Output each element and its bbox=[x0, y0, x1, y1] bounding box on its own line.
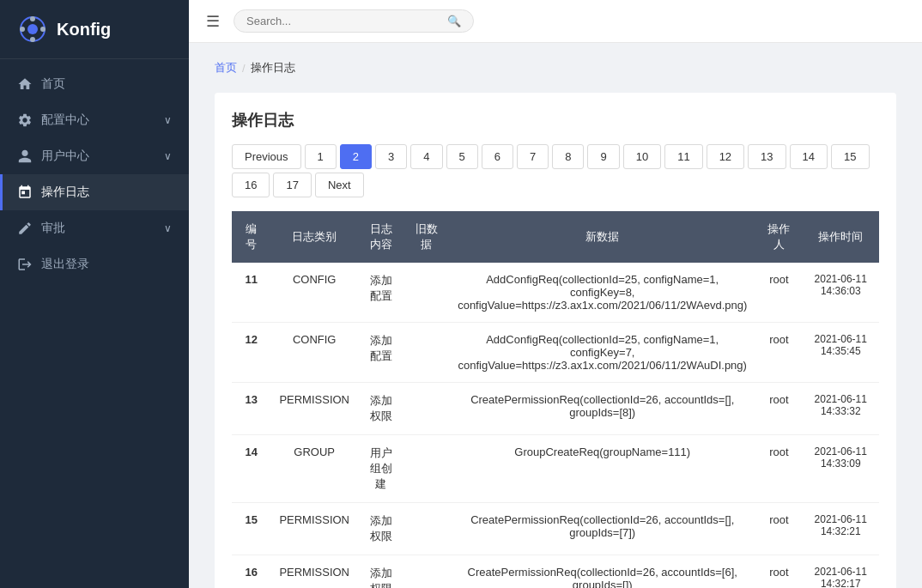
breadcrumb: 首页 / 操作日志 bbox=[215, 60, 896, 76]
svg-point-4 bbox=[20, 27, 25, 32]
page-3-button[interactable]: 3 bbox=[375, 144, 407, 169]
page-title: 操作日志 bbox=[232, 110, 879, 130]
pagination: Previous 1 2 3 4 5 6 7 8 9 10 11 12 13 1… bbox=[232, 144, 879, 197]
cell-type: GROUP bbox=[270, 435, 358, 503]
sidebar-item-home-label: 首页 bbox=[41, 76, 172, 92]
cell-time: 2021-06-11 14:36:03 bbox=[802, 263, 879, 323]
page-4-button[interactable]: 4 bbox=[410, 144, 442, 169]
cell-id: 15 bbox=[232, 503, 270, 555]
cell-time: 2021-06-11 14:35:45 bbox=[802, 323, 879, 383]
page-11-button[interactable]: 11 bbox=[664, 144, 702, 169]
user-icon bbox=[17, 149, 33, 164]
config-arrow-icon: ∨ bbox=[164, 114, 172, 126]
page-15-button[interactable]: 15 bbox=[831, 144, 869, 169]
sidebar-item-config-center[interactable]: 配置中心 ∨ bbox=[0, 102, 189, 138]
page-2-button[interactable]: 2 bbox=[340, 144, 372, 169]
cell-operator: root bbox=[755, 263, 802, 323]
cell-old bbox=[403, 503, 449, 555]
page-16-button[interactable]: 16 bbox=[232, 173, 270, 197]
calendar-icon bbox=[17, 185, 33, 200]
sidebar-item-user-center[interactable]: 用户中心 ∨ bbox=[0, 138, 189, 174]
edit-icon bbox=[17, 221, 33, 236]
sidebar-item-user-label: 用户中心 bbox=[41, 149, 164, 164]
page-8-button[interactable]: 8 bbox=[552, 144, 584, 169]
cell-content: 添加配置 bbox=[358, 263, 403, 323]
cell-time: 2021-06-11 14:32:21 bbox=[802, 503, 879, 555]
sidebar-item-audit[interactable]: 审批 ∨ bbox=[0, 210, 189, 246]
table-row: 13 PERMISSION 添加权限 CreatePermissionReq(c… bbox=[232, 383, 879, 435]
topbar: ☰ 🔍 bbox=[189, 0, 922, 43]
th-operator: 操作人 bbox=[755, 211, 802, 263]
sidebar-item-logout-label: 退出登录 bbox=[41, 257, 172, 272]
table-body: 11 CONFIG 添加配置 AddConfigReq(collectionId… bbox=[232, 263, 879, 588]
cell-operator: root bbox=[755, 323, 802, 383]
cell-new: CreatePermissionReq(collectionId=26, acc… bbox=[449, 503, 755, 555]
page-14-button[interactable]: 14 bbox=[790, 144, 828, 169]
cell-content: 添加配置 bbox=[358, 323, 403, 383]
sidebar-item-oplog-label: 操作日志 bbox=[41, 185, 172, 200]
table-row: 12 CONFIG 添加配置 AddConfigReq(collectionId… bbox=[232, 323, 879, 383]
table-row: 16 PERMISSION 添加权限 CreatePermissionReq(c… bbox=[232, 555, 879, 588]
th-time: 操作时间 bbox=[802, 211, 879, 263]
cell-operator: root bbox=[755, 555, 802, 588]
th-new: 新数据 bbox=[449, 211, 755, 263]
cell-type: CONFIG bbox=[270, 263, 358, 323]
cell-type: PERMISSION bbox=[270, 503, 358, 555]
cell-id: 11 bbox=[232, 263, 270, 323]
cell-type: PERMISSION bbox=[270, 555, 358, 588]
logo: Konfig bbox=[0, 0, 189, 59]
page-section: 操作日志 Previous 1 2 3 4 5 6 7 8 9 10 11 12… bbox=[215, 93, 896, 588]
cell-operator: root bbox=[755, 383, 802, 435]
page-13-button[interactable]: 13 bbox=[748, 144, 786, 169]
cell-new: GroupCreateReq(groupName=111) bbox=[449, 435, 755, 503]
cell-new: AddConfigReq(collectionId=25, configName… bbox=[449, 323, 755, 383]
page-1-button[interactable]: 1 bbox=[305, 144, 337, 169]
th-old: 旧数据 bbox=[403, 211, 449, 263]
breadcrumb-current: 操作日志 bbox=[251, 60, 295, 76]
sidebar-item-operation-log[interactable]: 操作日志 bbox=[0, 174, 189, 210]
hamburger-icon[interactable]: ☰ bbox=[206, 12, 220, 31]
svg-point-1 bbox=[27, 24, 38, 34]
page-9-button[interactable]: 9 bbox=[587, 144, 619, 169]
previous-button[interactable]: Previous bbox=[232, 144, 301, 169]
page-6-button[interactable]: 6 bbox=[482, 144, 513, 169]
page-12-button[interactable]: 12 bbox=[707, 144, 744, 169]
cell-id: 13 bbox=[232, 383, 270, 435]
breadcrumb-separator: / bbox=[242, 62, 246, 75]
logo-text: Konfig bbox=[57, 20, 111, 39]
table-row: 11 CONFIG 添加配置 AddConfigReq(collectionId… bbox=[232, 263, 879, 323]
search-input[interactable] bbox=[246, 15, 447, 27]
next-button[interactable]: Next bbox=[315, 173, 364, 197]
cell-new: AddConfigReq(collectionId=25, configName… bbox=[449, 263, 755, 323]
page-5-button[interactable]: 5 bbox=[446, 144, 478, 169]
logout-icon bbox=[17, 257, 33, 272]
cell-old bbox=[403, 323, 449, 383]
page-17-button[interactable]: 17 bbox=[273, 173, 311, 197]
cell-time: 2021-06-11 14:33:09 bbox=[802, 435, 879, 503]
th-type: 日志类别 bbox=[270, 211, 358, 263]
audit-arrow-icon: ∨ bbox=[164, 222, 172, 234]
cell-old bbox=[403, 383, 449, 435]
cell-id: 16 bbox=[232, 555, 270, 588]
page-10-button[interactable]: 10 bbox=[623, 144, 661, 169]
page-7-button[interactable]: 7 bbox=[517, 144, 549, 169]
cell-type: CONFIG bbox=[270, 323, 358, 383]
cell-id: 14 bbox=[232, 435, 270, 503]
table-row: 15 PERMISSION 添加权限 CreatePermissionReq(c… bbox=[232, 503, 879, 555]
cell-operator: root bbox=[755, 435, 802, 503]
cell-new: CreatePermissionReq(collectionId=26, acc… bbox=[449, 383, 755, 435]
sidebar-item-home[interactable]: 首页 bbox=[0, 66, 189, 102]
cell-time: 2021-06-11 14:33:32 bbox=[802, 383, 879, 435]
sidebar-nav: 首页 配置中心 ∨ 用户中心 ∨ 操作日志 审批 ∨ bbox=[0, 59, 189, 289]
breadcrumb-home[interactable]: 首页 bbox=[215, 60, 237, 76]
user-arrow-icon: ∨ bbox=[164, 150, 172, 162]
sidebar-item-config-label: 配置中心 bbox=[41, 112, 164, 128]
cell-content: 添加权限 bbox=[358, 383, 403, 435]
logo-icon bbox=[17, 14, 48, 45]
th-content: 日志内容 bbox=[358, 211, 403, 263]
settings-icon bbox=[17, 112, 33, 128]
main: ☰ 🔍 首页 / 操作日志 操作日志 Previous 1 2 3 4 5 6 bbox=[189, 0, 922, 588]
cell-new: CreatePermissionReq(collectionId=26, acc… bbox=[449, 555, 755, 588]
search-icon: 🔍 bbox=[447, 15, 461, 27]
sidebar-item-logout[interactable]: 退出登录 bbox=[0, 246, 189, 282]
